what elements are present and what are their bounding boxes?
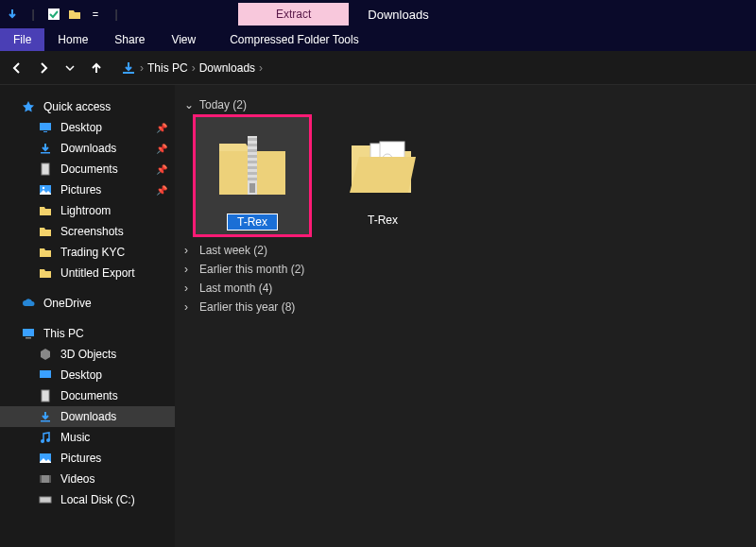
- sidebar-item-desktop[interactable]: Desktop 📌: [0, 117, 175, 138]
- open-folder-icon: [340, 123, 425, 208]
- sidebar-item-pc-music[interactable]: Music: [0, 427, 175, 448]
- file-item-trex-zip[interactable]: T-Rex: [196, 117, 309, 234]
- quick-access-group: Quick access Desktop 📌 Downloads 📌 Docum…: [0, 96, 175, 283]
- videos-icon: [38, 471, 53, 487]
- sidebar-item-label: Music: [60, 431, 90, 444]
- extract-tab[interactable]: Extract: [238, 3, 349, 26]
- sidebar-item-quick-access[interactable]: Quick access: [0, 96, 175, 117]
- group-earlier-this-year[interactable]: › Earlier this year (8): [184, 300, 747, 314]
- separator-icon: |: [25, 6, 42, 23]
- tab-share[interactable]: Share: [101, 28, 158, 51]
- navigation-pane[interactable]: Quick access Desktop 📌 Downloads 📌 Docum…: [0, 85, 175, 547]
- sidebar-item-label: Trading KYC: [60, 246, 125, 259]
- documents-icon: [38, 388, 53, 403]
- sidebar-item-untitled-export[interactable]: Untitled Export: [0, 263, 175, 283]
- sidebar-item-label: Lightroom: [60, 204, 111, 217]
- file-name-edit[interactable]: T-Rex: [227, 214, 278, 231]
- svg-point-14: [46, 438, 50, 442]
- svg-rect-3: [43, 131, 47, 132]
- sidebar-item-local-disk-c[interactable]: Local Disk (C:): [0, 489, 175, 510]
- group-label: Today (2): [199, 98, 247, 111]
- sidebar-item-pc-downloads[interactable]: Downloads: [0, 406, 175, 427]
- sidebar-item-label: Documents: [60, 389, 118, 402]
- chevron-right-icon[interactable]: ›: [259, 61, 263, 75]
- svg-rect-27: [248, 172, 257, 175]
- folder-icon[interactable]: [66, 6, 83, 23]
- group-last-month[interactable]: › Last month (4): [184, 282, 747, 295]
- main-area: Quick access Desktop 📌 Downloads 📌 Docum…: [0, 85, 756, 547]
- group-earlier-this-month[interactable]: › Earlier this month (2): [184, 263, 747, 276]
- sidebar-item-label: Downloads: [60, 142, 116, 155]
- music-icon: [38, 430, 53, 445]
- svg-rect-22: [248, 144, 257, 146]
- svg-rect-0: [48, 9, 60, 20]
- sidebar-item-trading-kyc[interactable]: Trading KYC: [0, 242, 175, 263]
- sidebar-item-downloads[interactable]: Downloads 📌: [0, 138, 175, 159]
- svg-rect-2: [40, 123, 51, 130]
- file-list[interactable]: ⌄ Today (2): [175, 85, 756, 547]
- file-item-trex-folder[interactable]: T-Rex: [326, 117, 439, 234]
- chevron-right-icon: ›: [184, 263, 194, 276]
- up-button[interactable]: [87, 59, 106, 77]
- sidebar-item-3d-objects[interactable]: 3D Objects: [0, 344, 175, 365]
- sidebar-item-label: Downloads: [60, 410, 116, 423]
- checkbox-icon[interactable]: [45, 6, 62, 23]
- separator-icon: |: [108, 6, 125, 23]
- equals-icon[interactable]: =: [87, 6, 104, 23]
- star-icon: [21, 99, 36, 114]
- group-label: Earlier this year (8): [199, 300, 295, 314]
- window-title: Downloads: [368, 8, 428, 22]
- address-bar[interactable]: › This PC › Downloads ›: [121, 60, 263, 76]
- cloud-icon: [21, 296, 36, 311]
- computer-icon: [21, 326, 36, 341]
- sidebar-item-pc-documents[interactable]: Documents: [0, 385, 175, 406]
- sidebar-item-documents[interactable]: Documents 📌: [0, 159, 175, 179]
- this-pc-group: This PC 3D Objects Desktop Documents Dow…: [0, 323, 175, 510]
- sidebar-item-label: Videos: [60, 472, 94, 486]
- sidebar-item-pictures[interactable]: Pictures 📌: [0, 179, 175, 200]
- sidebar-item-onedrive[interactable]: OneDrive: [0, 293, 175, 314]
- chevron-right-icon: ›: [184, 300, 194, 314]
- group-today[interactable]: ⌄ Today (2): [184, 98, 747, 111]
- drive-icon: [38, 492, 53, 507]
- sidebar-item-label: Documents: [60, 162, 118, 176]
- sidebar-item-pc-videos[interactable]: Videos: [0, 469, 175, 489]
- sidebar-item-label: Quick access: [43, 100, 111, 113]
- sidebar-item-label: Pictures: [60, 452, 101, 465]
- ribbon-tabs: File Home Share View Compressed Folder T…: [0, 28, 756, 51]
- svg-rect-11: [42, 390, 49, 402]
- tab-compressed-folder-tools[interactable]: Compressed Folder Tools: [216, 28, 372, 51]
- tab-view[interactable]: View: [158, 28, 209, 51]
- back-button[interactable]: [8, 59, 26, 77]
- sidebar-item-label: Desktop: [60, 121, 102, 134]
- sidebar-item-screenshots[interactable]: Screenshots: [0, 221, 175, 242]
- pictures-icon: [38, 451, 53, 466]
- sidebar-item-pc-pictures[interactable]: Pictures: [0, 448, 175, 469]
- sidebar-item-pc-desktop[interactable]: Desktop: [0, 365, 175, 385]
- tab-file[interactable]: File: [0, 28, 44, 51]
- sidebar-item-lightroom[interactable]: Lightroom: [0, 200, 175, 221]
- folder-icon: [38, 245, 53, 260]
- breadcrumb-this-pc[interactable]: This PC: [147, 61, 188, 75]
- downloads-icon: [38, 409, 53, 424]
- forward-button[interactable]: [34, 59, 53, 77]
- documents-icon: [38, 162, 53, 177]
- breadcrumb-downloads[interactable]: Downloads: [199, 61, 255, 75]
- sidebar-item-this-pc[interactable]: This PC: [0, 323, 175, 344]
- svg-rect-28: [248, 178, 257, 180]
- chevron-right-icon[interactable]: ›: [140, 61, 144, 75]
- pictures-icon: [38, 182, 53, 197]
- pin-icon: 📌: [156, 185, 167, 196]
- svg-point-7: [43, 187, 44, 189]
- folder-icon: [38, 224, 53, 239]
- file-name: T-Rex: [368, 214, 398, 227]
- svg-rect-25: [248, 161, 257, 163]
- down-arrow-icon[interactable]: [4, 6, 21, 23]
- group-last-week[interactable]: › Last week (2): [184, 244, 747, 257]
- svg-rect-24: [248, 155, 257, 158]
- svg-rect-5: [42, 163, 49, 175]
- svg-rect-4: [41, 152, 50, 154]
- chevron-right-icon[interactable]: ›: [192, 61, 196, 75]
- tab-home[interactable]: Home: [44, 28, 101, 51]
- recent-dropdown-button[interactable]: [60, 59, 79, 77]
